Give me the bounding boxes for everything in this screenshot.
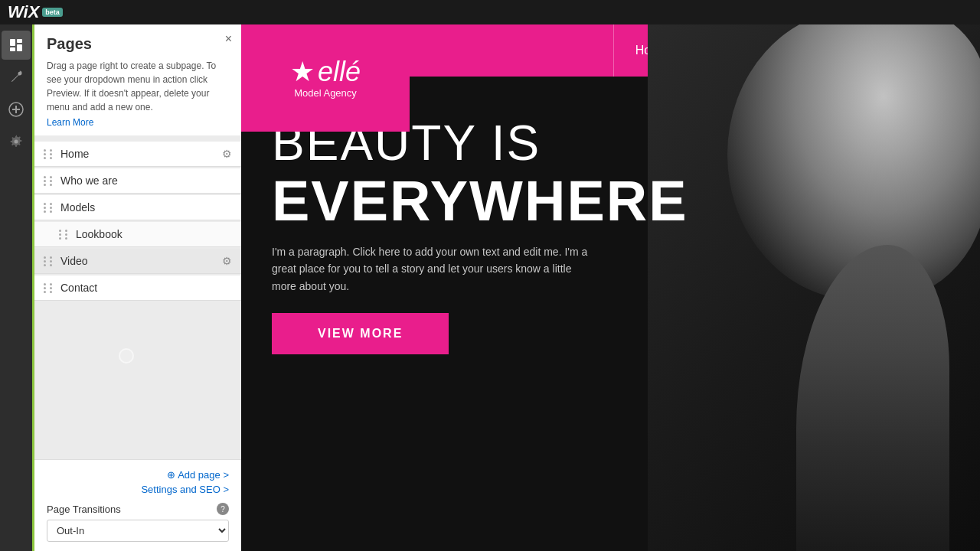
model-silhouette [648,24,980,551]
logo-subtitle: Model Agency [294,87,357,99]
model-image [648,24,980,551]
panel-close-button[interactable]: × [225,32,232,46]
drag-handle-who-we-are [44,176,54,186]
pages-panel: Pages × Drag a page right to create a su… [34,24,241,551]
transitions-help-icon[interactable]: ? [217,503,229,515]
pages-tool-button[interactable] [2,31,31,60]
learn-more-link[interactable]: Learn More [47,117,229,128]
wix-topbar: WiX beta [0,0,980,24]
panel-title: Pages [47,35,229,53]
page-name-who-we-are: Who we are [60,174,232,187]
logo-star: ★ [290,58,315,86]
page-transitions: Page Transitions ? Out-In In-Out Fade Sl… [47,503,229,542]
panel-header: Pages × Drag a page right to create a su… [34,24,241,135]
drag-handle-models [44,203,54,213]
page-item-contact[interactable]: Contact [34,276,241,301]
page-name-contact: Contact [60,282,232,294]
page-item-lookbook[interactable]: Lookbook [34,222,241,247]
svg-rect-1 [17,39,22,43]
view-more-button[interactable]: VIEW MORE [272,313,449,354]
wix-logo-text: WiX [8,2,39,22]
settings-seo-link[interactable]: Settings and SEO > [47,484,229,495]
page-name-lookbook: Lookbook [76,228,232,240]
site-logo: ★ ellé Model Agency [241,24,410,132]
hero-line2: EVERYWHERE [272,170,609,232]
page-name-home: Home [60,148,222,160]
page-settings-video[interactable]: ⚙ [222,255,232,267]
pages-list: Home ⚙ Who we are Models Lookbook [34,135,241,459]
drag-handle-video [44,256,54,266]
left-toolbar [0,24,34,551]
page-item-who-we-are[interactable]: Who we are [34,168,241,194]
page-item-home[interactable]: Home ⚙ [34,142,241,167]
svg-rect-3 [17,44,22,51]
drag-handle-lookbook [59,230,70,240]
page-name-models: Models [60,201,232,214]
add-page-link[interactable]: ⊕ Add page > [47,469,229,481]
page-item-models[interactable]: Models [34,195,241,220]
transitions-select[interactable]: Out-In In-Out Fade Slide [47,520,229,542]
page-name-video: Video [60,255,222,267]
panel-description: Drag a page right to create a subpage. T… [47,59,229,114]
panel-footer: ⊕ Add page > Settings and SEO > Page Tra… [34,459,241,551]
add-button[interactable] [2,95,31,124]
drag-handle-home [44,149,54,159]
page-item-video[interactable]: Video ⚙ [34,249,241,274]
page-settings-home[interactable]: ⚙ [222,148,232,160]
tools-button[interactable] [2,63,31,92]
svg-rect-2 [10,47,15,51]
wix-logo: WiX beta [8,2,63,22]
logo-name: ellé [318,58,361,86]
hero-paragraph: I'm a paragraph. Click here to add your … [272,243,593,295]
transitions-label: Page Transitions ? [47,503,229,515]
hero-text-area: BEAUTY IS EVERYWHERE I'm a paragraph. Cl… [272,116,609,354]
settings-button[interactable] [2,127,31,156]
beta-badge: beta [42,8,63,17]
drag-handle-contact [44,283,54,293]
svg-rect-0 [10,39,15,46]
